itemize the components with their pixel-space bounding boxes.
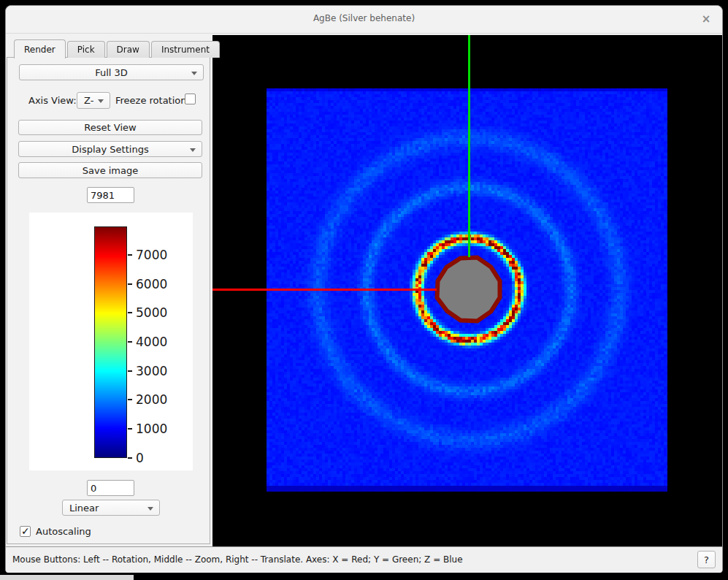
tab-pick[interactable]: Pick xyxy=(67,41,105,58)
render-mode-value: Full 3D xyxy=(95,67,128,78)
colorbar-tick-label: 7000 xyxy=(136,247,180,263)
taskbar-remnant xyxy=(0,575,134,580)
colorbar-tickmark xyxy=(128,399,132,400)
detector-image-canvas[interactable] xyxy=(212,35,722,546)
help-button[interactable]: ? xyxy=(697,551,716,568)
autoscaling-checkbox[interactable] xyxy=(20,526,31,537)
axis-view-label: Axis View: xyxy=(28,95,77,106)
axis-view-select[interactable]: Z- xyxy=(77,92,110,109)
tab-render[interactable]: Render xyxy=(14,39,66,58)
colorbar-tick-label: 5000 xyxy=(136,305,180,321)
render-tab-panel: Full 3D Axis View: Z- Freeze rotation Re… xyxy=(7,57,210,544)
scale-select[interactable]: Linear xyxy=(62,500,160,516)
max-value-input[interactable] xyxy=(87,187,134,203)
render-viewport[interactable] xyxy=(212,35,722,546)
colorbar-tick-label: 6000 xyxy=(136,276,180,292)
colorbar-tickmark xyxy=(128,341,132,343)
colorbar-tickmark xyxy=(128,428,132,430)
save-image-label: Save image xyxy=(83,165,139,176)
save-image-button[interactable]: Save image xyxy=(18,162,202,178)
colorbar-tick-label: 3000 xyxy=(136,363,180,379)
freeze-rotation-label: Freeze rotation xyxy=(115,95,187,106)
colorbar-tick-label: 1000 xyxy=(136,421,180,437)
axis-view-value: Z- xyxy=(84,95,93,106)
colorbar-figure: 7000 6000 5000 4000 3000 2000 1000 0 xyxy=(29,213,193,470)
reset-view-label: Reset View xyxy=(84,122,136,133)
tab-instrument[interactable]: Instrument xyxy=(151,41,220,58)
reset-view-button[interactable]: Reset View xyxy=(18,120,202,135)
colorbar-tick-label: 4000 xyxy=(136,334,180,350)
colorbar-tickmark xyxy=(128,283,132,285)
scale-value: Linear xyxy=(69,503,99,514)
window-title: AgBe (Silver behenate) xyxy=(6,13,722,23)
autoscaling-label: Autoscaling xyxy=(36,526,91,537)
titlebar[interactable]: AgBe (Silver behenate) × xyxy=(6,6,722,34)
colorbar-tickmark xyxy=(128,312,132,313)
help-label: ? xyxy=(704,554,709,565)
status-text: Mouse Buttons: Left -- Rotation, Middle … xyxy=(12,554,463,565)
close-button[interactable]: × xyxy=(699,12,713,26)
colorbar-tick-label: 2000 xyxy=(136,392,180,408)
colorbar-tick-label: 0 xyxy=(136,450,180,466)
colorbar-tickmark xyxy=(128,370,132,372)
display-settings-select[interactable]: Display Settings xyxy=(18,141,202,157)
colorbar-tickmark xyxy=(128,457,132,459)
tab-draw[interactable]: Draw xyxy=(107,41,150,58)
tab-bar: Render Pick Draw Instrument xyxy=(14,39,221,58)
app-window: AgBe (Silver behenate) × Render Pick Dra… xyxy=(5,5,723,572)
render-mode-select[interactable]: Full 3D xyxy=(19,64,204,80)
colorbar-tickmark xyxy=(128,254,132,256)
statusbar: Mouse Buttons: Left -- Rotation, Middle … xyxy=(6,546,722,573)
colorbar-gradient xyxy=(94,226,127,458)
min-value-input[interactable] xyxy=(87,480,134,496)
freeze-rotation-checkbox[interactable] xyxy=(185,94,196,104)
display-settings-label: Display Settings xyxy=(72,144,148,155)
